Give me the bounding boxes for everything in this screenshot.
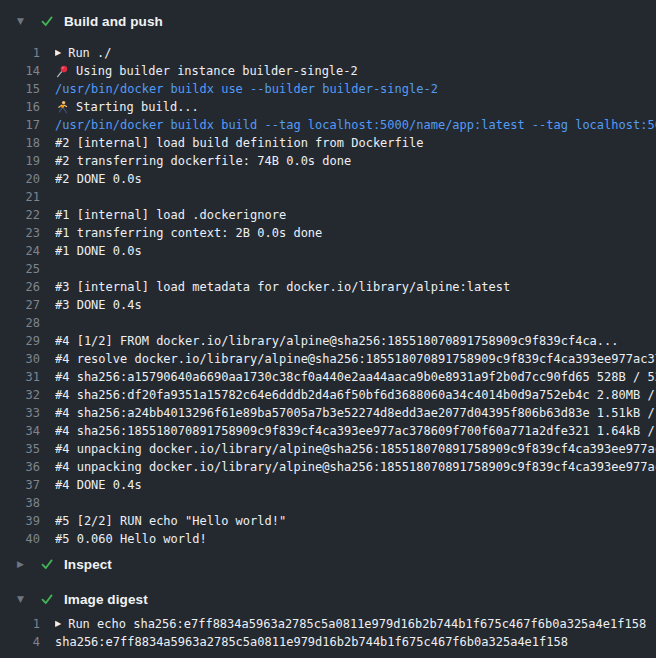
- line-number[interactable]: 28: [0, 316, 40, 330]
- log-text: #4 sha256:185518070891758909c9f839cf4ca3…: [55, 424, 656, 438]
- line-number[interactable]: 18: [0, 136, 40, 150]
- log-text: #1 DONE 0.0s: [55, 244, 656, 258]
- log-text-content: #1 DONE 0.0s: [55, 244, 142, 258]
- log-line: 31#4 sha256:a15790640a6690aa1730c38cf0a4…: [0, 368, 656, 386]
- line-number[interactable]: 20: [0, 172, 40, 186]
- log-line: 24#1 DONE 0.0s: [0, 242, 656, 260]
- pushpin-icon: [55, 64, 69, 78]
- log-line: 27#3 DONE 0.4s: [0, 296, 656, 314]
- log-text: sha256:e7ff8834a5963a2785c5a0811e979d16b…: [55, 635, 656, 649]
- line-number[interactable]: 36: [0, 460, 40, 474]
- line-number[interactable]: 27: [0, 298, 40, 312]
- log-section-build-and-push: ▼ Build and push 1▶Run ./14Using builder…: [0, 6, 656, 548]
- line-number[interactable]: 29: [0, 334, 40, 348]
- line-number[interactable]: 4: [0, 635, 40, 649]
- line-number[interactable]: 31: [0, 370, 40, 384]
- run-arrow-icon: ▶: [55, 49, 61, 57]
- log-text-content: Run ./: [68, 46, 111, 60]
- log-line: 23#1 transferring context: 2B 0.0s done: [0, 224, 656, 242]
- chevron-right-icon[interactable]: ▶: [17, 560, 30, 569]
- log-line: 20#2 DONE 0.0s: [0, 170, 656, 188]
- log-line: 22#1 [internal] load .dockerignore: [0, 206, 656, 224]
- log-line: 17/usr/bin/docker buildx build --tag loc…: [0, 116, 656, 134]
- line-number[interactable]: 19: [0, 154, 40, 168]
- log-text-content: /usr/bin/docker buildx build --tag local…: [55, 118, 656, 132]
- section-title: Image digest: [64, 592, 148, 607]
- line-number[interactable]: 38: [0, 496, 40, 510]
- log-line: 15/usr/bin/docker buildx use --builder b…: [0, 80, 656, 98]
- line-number[interactable]: 39: [0, 514, 40, 528]
- log-text: #3 DONE 0.4s: [55, 298, 656, 312]
- log-text-content: /usr/bin/docker buildx use --builder bui…: [55, 82, 438, 96]
- run-arrow-icon: ▶: [55, 620, 61, 628]
- line-number[interactable]: 26: [0, 280, 40, 294]
- log-text-content: #4 sha256:a24bb4013296f61e89ba57005a7b3e…: [55, 406, 656, 420]
- line-number[interactable]: 30: [0, 352, 40, 366]
- line-number[interactable]: 35: [0, 442, 40, 456]
- log-text: #4 unpacking docker.io/library/alpine@sh…: [55, 460, 656, 474]
- log-text-content: #4 resolve docker.io/library/alpine@sha2…: [55, 352, 656, 366]
- log-text: #4 resolve docker.io/library/alpine@sha2…: [55, 352, 656, 366]
- log-line: 28: [0, 314, 656, 332]
- log-text: #4 sha256:a24bb4013296f61e89ba57005a7b3e…: [55, 406, 656, 420]
- section-header-build-and-push[interactable]: ▼ Build and push: [0, 6, 656, 36]
- log-text-content: #4 sha256:185518070891758909c9f839cf4ca3…: [55, 424, 656, 438]
- log-text-content: #4 sha256:a15790640a6690aa1730c38cf0a440…: [55, 370, 656, 384]
- log-line: 29#4 [1/2] FROM docker.io/library/alpine…: [0, 332, 656, 350]
- log-text: ▶Run ./: [55, 46, 656, 60]
- log-line: 36#4 unpacking docker.io/library/alpine@…: [0, 458, 656, 476]
- success-check-icon: [39, 13, 55, 29]
- line-number[interactable]: 33: [0, 406, 40, 420]
- log-text: #2 transferring dockerfile: 74B 0.0s don…: [55, 154, 656, 168]
- line-number[interactable]: 37: [0, 478, 40, 492]
- line-number[interactable]: 25: [0, 262, 40, 276]
- log-text: Using builder instance builder-single-2: [55, 64, 656, 78]
- line-number[interactable]: 23: [0, 226, 40, 240]
- log-line: 21: [0, 188, 656, 206]
- log-text-content: #2 DONE 0.0s: [55, 172, 142, 186]
- log-line: 18#2 [internal] load build definition fr…: [0, 134, 656, 152]
- line-number[interactable]: 22: [0, 208, 40, 222]
- log-text: /usr/bin/docker buildx build --tag local…: [55, 118, 656, 132]
- line-number[interactable]: 24: [0, 244, 40, 258]
- line-number[interactable]: 17: [0, 118, 40, 132]
- section-title: Build and push: [64, 14, 163, 29]
- line-number[interactable]: 14: [0, 64, 40, 78]
- log-text: #5 [2/2] RUN echo "Hello world!": [55, 514, 656, 528]
- log-text-content: #3 [internal] load metadata for docker.i…: [55, 280, 510, 294]
- line-number[interactable]: 1: [0, 46, 40, 60]
- line-number[interactable]: 1: [0, 617, 40, 631]
- log-line: 39#5 [2/2] RUN echo "Hello world!": [0, 512, 656, 530]
- log-text: #4 sha256:a15790640a6690aa1730c38cf0a440…: [55, 370, 656, 384]
- log-line: 1▶Run ./: [0, 44, 656, 62]
- section-header-image-digest[interactable]: ▼ Image digest: [0, 585, 656, 613]
- line-number[interactable]: 21: [0, 190, 40, 204]
- log-text: Starting build...: [55, 100, 656, 114]
- log-text-content: #2 [internal] load build definition from…: [55, 136, 423, 150]
- log-line: 32#4 sha256:df20fa9351a15782c64e6dddb2d4…: [0, 386, 656, 404]
- line-number[interactable]: 34: [0, 424, 40, 438]
- log-text-content: #1 [internal] load .dockerignore: [55, 208, 286, 222]
- line-number[interactable]: 16: [0, 100, 40, 114]
- runner-icon: [55, 100, 69, 114]
- log-line: 14Using builder instance builder-single-…: [0, 62, 656, 80]
- log-line: 25: [0, 260, 656, 278]
- section-header-inspect[interactable]: ▶ Inspect: [0, 550, 656, 578]
- success-check-icon: [39, 591, 55, 607]
- log-line: 35#4 unpacking docker.io/library/alpine@…: [0, 440, 656, 458]
- log-line: 16Starting build...: [0, 98, 656, 116]
- log-line: 19#2 transferring dockerfile: 74B 0.0s d…: [0, 152, 656, 170]
- log-text: #4 DONE 0.4s: [55, 478, 656, 492]
- log-line: 40#5 0.060 Hello world!: [0, 530, 656, 548]
- log-text: #4 unpacking docker.io/library/alpine@sh…: [55, 442, 656, 456]
- log-line: 37#4 DONE 0.4s: [0, 476, 656, 494]
- chevron-down-icon[interactable]: ▼: [17, 17, 30, 26]
- log-text-content: #3 DONE 0.4s: [55, 298, 142, 312]
- chevron-down-icon[interactable]: ▼: [17, 595, 30, 604]
- log-line: 26#3 [internal] load metadata for docker…: [0, 278, 656, 296]
- log-text: ▶Run echo sha256:e7ff8834a5963a2785c5a08…: [55, 617, 656, 631]
- line-number[interactable]: 40: [0, 532, 40, 546]
- line-number[interactable]: 15: [0, 82, 40, 96]
- line-number[interactable]: 32: [0, 388, 40, 402]
- log-text-content: #4 [1/2] FROM docker.io/library/alpine@s…: [55, 334, 619, 348]
